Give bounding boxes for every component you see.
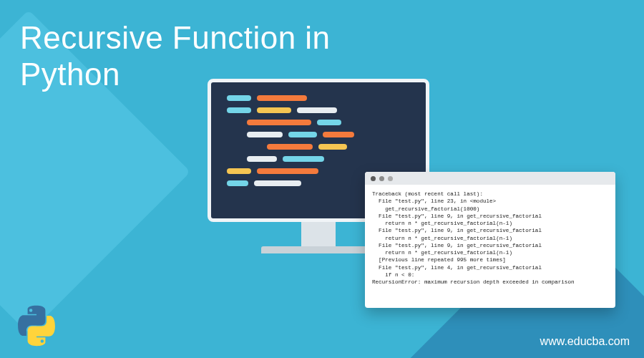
site-url: www.educba.com: [540, 335, 630, 348]
monitor-stand-base: [261, 246, 376, 253]
terminal-window: Traceback (most recent call last): File …: [365, 172, 615, 308]
maximize-icon: [388, 176, 393, 181]
minimize-icon: [379, 176, 384, 181]
terminal-output: Traceback (most recent call last): File …: [365, 185, 615, 291]
monitor-stand-neck: [301, 222, 336, 246]
python-logo-icon: [14, 304, 59, 348]
close-icon: [371, 176, 376, 181]
terminal-titlebar: [365, 172, 615, 185]
